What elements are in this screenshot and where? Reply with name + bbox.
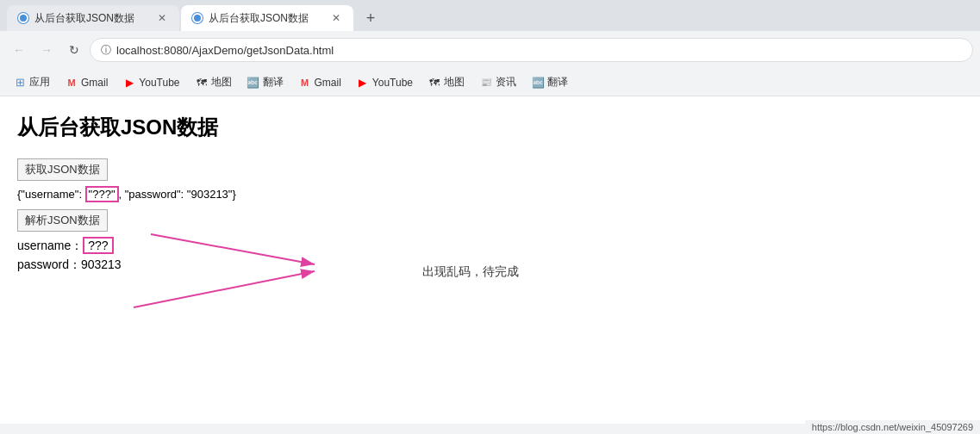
bookmark-news[interactable]: 📰 资讯 (473, 72, 523, 92)
tab-1-close[interactable]: ✕ (155, 11, 169, 25)
status-bar: https://blog.csdn.net/weixin_45097269 (805, 420, 980, 434)
bookmark-translate-2[interactable]: 🔤 翻译 (525, 72, 575, 92)
svg-line-2 (134, 271, 315, 307)
url-text: localhost:8080/AjaxDemo/getJsonData.html (116, 44, 334, 57)
bookmark-maps-2-label: 地图 (444, 75, 465, 90)
bookmark-news-label: 资讯 (496, 75, 516, 90)
bookmark-gmail-2-label: Gmail (315, 77, 341, 89)
tab-1-title: 从后台获取JSON数据 (34, 11, 150, 26)
json-username-value: "???" (85, 186, 119, 202)
username-value: ??? (83, 237, 113, 254)
annotation-text: 出现乱码，待完成 (422, 264, 519, 280)
news-icon: 📰 (480, 77, 492, 89)
tab-1[interactable]: 从后台获取JSON数据 ✕ (7, 5, 179, 31)
bookmark-apps[interactable]: ⊞ 应用 (7, 72, 57, 92)
bookmark-gmail-2[interactable]: M Gmail (292, 74, 348, 91)
bookmark-gmail-1-label: Gmail (81, 77, 108, 89)
bookmarks-bar: ⊞ 应用 M Gmail ▶ YouTube 🗺 地图 🔤 翻译 M Gmail (0, 69, 980, 96)
bookmark-youtube-2-label: YouTube (372, 77, 413, 89)
youtube-2-icon: ▶ (357, 77, 369, 89)
bookmark-translate-1[interactable]: 🔤 翻译 (240, 72, 290, 92)
json-raw-line: {"username": "???", "password": "903213"… (17, 186, 963, 202)
bookmark-translate-1-label: 翻译 (263, 75, 284, 90)
tab-bar: 从后台获取JSON数据 ✕ 从后台获取JSON数据 ✕ + (0, 0, 980, 31)
bookmark-maps-1[interactable]: 🗺 地图 (189, 72, 239, 92)
refresh-button[interactable]: ↻ (62, 38, 86, 62)
bookmark-youtube-1[interactable]: ▶ YouTube (116, 74, 186, 91)
translate-2-icon: 🔤 (532, 77, 544, 89)
bookmark-translate-2-label: 翻译 (547, 75, 568, 90)
lock-icon: ⓘ (101, 43, 111, 58)
tab-2-favicon (191, 12, 203, 24)
username-line: username：??? (17, 237, 963, 254)
bookmark-gmail-1[interactable]: M Gmail (59, 74, 115, 91)
username-label: username： (17, 239, 83, 252)
gmail-2-icon: M (299, 77, 311, 89)
maps-1-icon: 🗺 (196, 77, 208, 89)
tab-2-close[interactable]: ✕ (329, 11, 343, 25)
back-button[interactable]: ← (7, 38, 31, 62)
password-value: 903213 (81, 257, 122, 271)
address-bar[interactable]: ⓘ localhost:8080/AjaxDemo/getJsonData.ht… (90, 38, 973, 62)
translate-1-icon: 🔤 (247, 77, 259, 89)
browser-window: 从后台获取JSON数据 ✕ 从后台获取JSON数据 ✕ + ← → ↻ ⓘ lo… (0, 0, 980, 434)
page-title: 从后台获取JSON数据 (17, 114, 963, 141)
password-label: password： (17, 257, 81, 271)
parse-json-button[interactable]: 解析JSON数据 (17, 209, 108, 232)
tab-1-favicon (17, 12, 29, 24)
json-prefix: {"username": (17, 188, 85, 201)
maps-2-icon: 🗺 (428, 77, 440, 89)
json-suffix: , "password": "903213"} (119, 188, 236, 201)
gmail-1-icon: M (66, 77, 78, 89)
forward-button[interactable]: → (34, 38, 59, 62)
bookmark-youtube-1-label: YouTube (139, 77, 179, 89)
bookmark-apps-label: 应用 (29, 75, 50, 90)
tab-add-button[interactable]: + (359, 6, 383, 30)
youtube-1-icon: ▶ (123, 77, 135, 89)
bookmark-maps-2[interactable]: 🗺 地图 (421, 72, 471, 92)
tab-2-title: 从后台获取JSON数据 (209, 11, 324, 26)
bookmark-youtube-2[interactable]: ▶ YouTube (350, 74, 420, 91)
page-content: 从后台获取JSON数据 获取JSON数据 {"username": "???",… (0, 96, 980, 424)
address-bar-row: ← → ↻ ⓘ localhost:8080/AjaxDemo/getJsonD… (0, 31, 980, 69)
apps-icon: ⊞ (14, 77, 26, 89)
bookmark-maps-1-label: 地图 (211, 75, 232, 90)
tab-2[interactable]: 从后台获取JSON数据 ✕ (181, 5, 353, 31)
fetch-json-button[interactable]: 获取JSON数据 (17, 158, 108, 181)
